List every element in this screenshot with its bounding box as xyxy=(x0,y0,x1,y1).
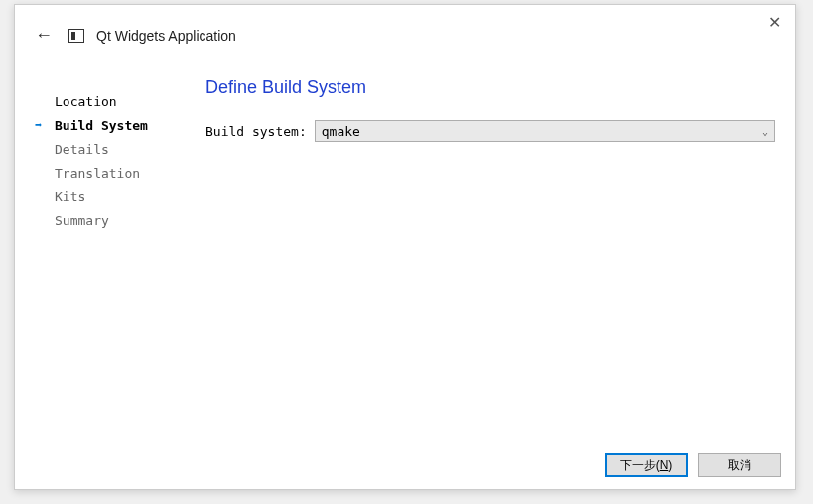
chevron-down-icon: ⌄ xyxy=(762,126,768,137)
app-title: Qt Widgets Application xyxy=(96,28,236,44)
cancel-button[interactable]: 取消 xyxy=(698,453,781,477)
step-build-system: ➡ Build System xyxy=(35,113,194,137)
step-label: Translation xyxy=(55,166,140,181)
dialog-header: ← Qt Widgets Application xyxy=(15,5,795,60)
dialog-body: Location ➡ Build System Details Translat… xyxy=(15,60,795,443)
step-label: Details xyxy=(55,142,109,157)
dialog-footer: 下一步(N) 取消 xyxy=(15,443,795,489)
build-system-value: qmake xyxy=(322,124,360,139)
step-location: Location xyxy=(35,89,194,113)
build-system-select[interactable]: qmake ⌄ xyxy=(315,120,775,142)
step-label: Build System xyxy=(55,118,148,133)
current-step-arrow-icon: ➡ xyxy=(35,118,42,132)
step-details: Details xyxy=(35,137,194,161)
step-summary: Summary xyxy=(35,208,194,232)
wizard-dialog: ✕ ← Qt Widgets Application Location ➡ Bu… xyxy=(14,4,796,490)
step-label: Summary xyxy=(55,213,109,228)
app-icon xyxy=(68,29,84,43)
close-icon[interactable]: ✕ xyxy=(768,15,781,31)
step-translation: Translation xyxy=(35,161,194,185)
step-kits: Kits xyxy=(35,185,194,208)
build-system-row: Build system: qmake ⌄ xyxy=(205,120,775,142)
main-panel: Define Build System Build system: qmake … xyxy=(194,77,775,443)
step-label: Kits xyxy=(55,189,85,204)
wizard-steps: Location ➡ Build System Details Translat… xyxy=(35,77,194,443)
build-system-label: Build system: xyxy=(205,124,307,139)
page-title: Define Build System xyxy=(205,77,775,98)
next-button[interactable]: 下一步(N) xyxy=(605,453,688,477)
back-arrow-icon[interactable]: ← xyxy=(31,23,57,48)
step-label: Location xyxy=(55,94,117,109)
